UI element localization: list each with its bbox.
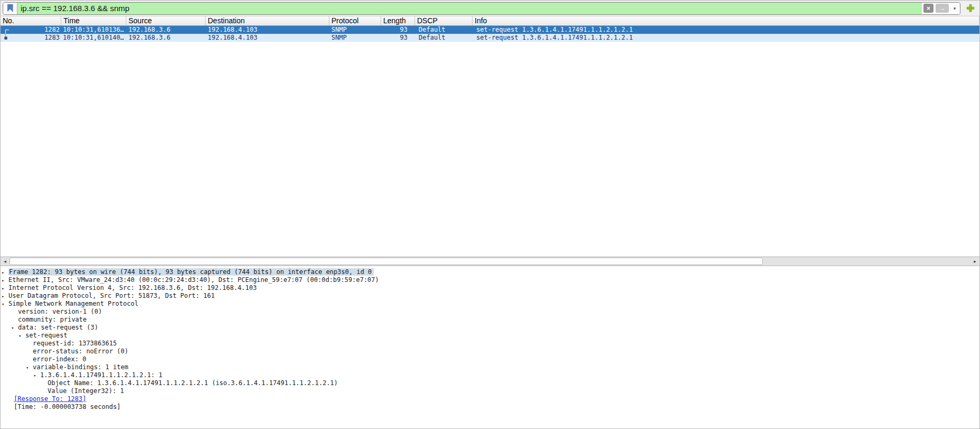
add-filter-button-icon[interactable]: ✚ [965,3,976,14]
tree-row-label: set-request [25,332,67,339]
tree-row-snmp[interactable]: ▾Simple Network Management Protocol [1,300,979,308]
clear-filter-icon[interactable]: × [923,4,933,13]
apply-filter-icon[interactable]: → [936,4,949,13]
tree-row-udp[interactable]: ▸User Datagram Protocol, Src Port: 51873… [1,292,979,300]
cell-protocol: SNMP [329,26,381,34]
tree-row-set-request[interactable]: ▾set-request [1,332,979,340]
tree-row-error-status[interactable]: error-status: noError (0) [1,348,979,355]
tree-row-object-name[interactable]: Object Name: 1.3.6.1.4.1.17491.1.1.2.1.2… [1,379,979,387]
column-header-length[interactable]: Length [381,16,415,25]
tree-row-label: request-id: 1373863615 [33,340,117,347]
filter-bookmark-button[interactable] [3,3,17,14]
expander-expanded-icon[interactable]: ▾ [2,300,8,308]
response-to-link[interactable]: [Response To: 1283] [14,395,86,403]
cell-protocol: SNMP [329,34,381,42]
conversation-packet-dot-icon [4,36,7,40]
column-header-protocol[interactable]: Protocol [329,16,381,25]
cell-source: 192.168.3.6 [126,34,206,42]
cell-length: 93 [381,34,415,42]
tree-row-label: data: set-request (3) [18,324,98,331]
tree-row-label: User Datagram Protocol, Src Port: 51873,… [8,292,215,299]
tree-row-request-id[interactable]: request-id: 1373863615 [1,340,979,348]
cell-length: 93 [381,26,415,34]
cell-info: set-request 1.3.6.1.4.1.17491.1.1.2.1.2.… [473,34,979,42]
cell-no: 1282 [1,26,61,34]
tree-row-label: Internet Protocol Version 4, Src: 192.16… [8,284,257,291]
tree-row-data[interactable]: ▾data: set-request (3) [1,324,979,332]
scrollbar-thumb[interactable] [10,258,763,265]
expander-collapsed-icon[interactable]: ▸ [2,285,8,293]
packet-list-header: No. Time Source Destination Protocol Len… [1,16,979,26]
tree-row-response-to-link[interactable]: [Response To: 1283] [1,395,979,403]
tree-row-ip[interactable]: ▸Internet Protocol Version 4, Src: 192.1… [1,284,979,292]
cell-no: 1283 [1,34,61,42]
filter-history-caret-icon[interactable]: ▾ [951,6,958,11]
tree-row-label: variable-bindings: 1 item [33,363,128,371]
tree-row-label: Ethernet II, Src: VMware_24:d3:40 (00:0c… [8,276,379,284]
filter-toolbar: × → ▾ ✚ [1,1,979,16]
tree-row-label: Object Name: 1.3.6.1.4.1.17491.1.1.2.1.2… [48,379,338,387]
tree-row-error-index[interactable]: error-index: 0 [1,355,979,363]
cell-destination: 192.168.4.103 [206,26,329,34]
conversation-start-marker-icon [5,30,9,34]
cell-time: 10:10:31,610140… [61,34,126,42]
packet-details-pane: ▸Frame 1282: 93 bytes on wire (744 bits)… [1,266,979,428]
expander-expanded-icon[interactable]: ▾ [11,324,18,332]
tree-row-community[interactable]: community: private [1,316,979,324]
expander-collapsed-icon[interactable]: ▸ [2,293,8,300]
column-header-destination[interactable]: Destination [206,16,329,25]
expander-expanded-icon[interactable]: ▾ [33,372,40,380]
display-filter-input[interactable] [17,3,922,14]
cell-dscp: Default [415,34,473,42]
horizontal-scrollbar[interactable]: ◂ ▸ [1,257,979,266]
column-header-time[interactable]: Time [61,16,126,25]
tree-row-variable-bindings[interactable]: ▾variable-bindings: 1 item [1,363,979,371]
column-header-source[interactable]: Source [126,16,206,25]
tree-row-label: [Time: -0.000003738 seconds] [14,403,121,410]
expander-expanded-icon[interactable]: ▾ [19,332,25,340]
column-header-info[interactable]: Info [473,16,979,25]
packet-list-empty-area [1,42,979,257]
tree-row-ethernet[interactable]: ▸Ethernet II, Src: VMware_24:d3:40 (00:0… [1,276,979,284]
scroll-right-arrow-icon[interactable]: ▸ [970,257,979,266]
tree-row-oid[interactable]: ▾1.3.6.1.4.1.17491.1.1.2.1.2.1: 1 [1,371,979,379]
scroll-left-arrow-icon[interactable]: ◂ [1,257,10,266]
tree-row-label: Frame 1282: 93 bytes on wire (744 bits),… [8,268,374,276]
packet-row-1282[interactable]: 1282 10:10:31,610136… 192.168.3.6 192.16… [1,26,979,34]
expander-expanded-icon[interactable]: ▾ [26,364,33,372]
tree-row-label: community: private [18,316,87,323]
tree-row-value[interactable]: Value (Integer32): 1 [1,387,979,395]
tree-row-label: version: version-1 (0) [18,308,102,315]
tree-row-label: error-status: noError (0) [33,348,128,355]
cell-dscp: Default [415,26,473,34]
bookmark-icon [7,4,13,12]
tree-row-version[interactable]: version: version-1 (0) [1,308,979,316]
tree-row-label: error-index: 0 [33,355,86,363]
filter-controls: × → ▾ [922,3,960,14]
tree-row-label: Value (Integer32): 1 [48,387,124,395]
tree-row-label: Simple Network Management Protocol [8,300,138,307]
expander-collapsed-icon[interactable]: ▸ [2,269,8,277]
cell-destination: 192.168.4.103 [206,34,329,42]
column-header-no[interactable]: No. [1,16,61,25]
cell-info: set-request 1.3.6.1.4.1.17491.1.1.2.1.2.… [473,26,979,34]
packet-row-1283[interactable]: 1283 10:10:31,610140… 192.168.3.6 192.16… [1,34,979,42]
tree-row-time-delta[interactable]: [Time: -0.000003738 seconds] [1,403,979,411]
display-filter-combobox[interactable]: × → ▾ [3,2,960,15]
cell-time: 10:10:31,610136… [61,26,126,34]
tree-row-label: 1.3.6.1.4.1.17491.1.1.2.1.2.1: 1 [40,371,162,379]
column-header-dscp[interactable]: DSCP [415,16,473,25]
tree-row-frame[interactable]: ▸Frame 1282: 93 bytes on wire (744 bits)… [1,268,979,276]
wireshark-window: × → ▾ ✚ No. Time Source Destination Prot… [0,0,980,429]
cell-source: 192.168.3.6 [126,26,206,34]
expander-collapsed-icon[interactable]: ▸ [2,277,8,285]
